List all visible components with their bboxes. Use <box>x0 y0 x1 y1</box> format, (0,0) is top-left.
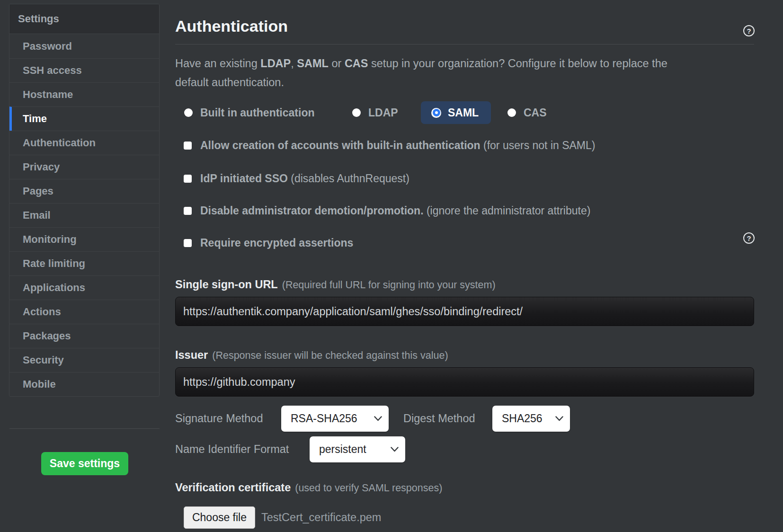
checkbox[interactable] <box>184 207 192 215</box>
checkbox-row-require-encrypted-assertions: Require encrypted assertions <box>184 236 353 250</box>
authentication-settings-page: { "colors": { "accent_blue": "#2e7cf6", … <box>0 0 783 532</box>
sidebar-item-label: Actions <box>23 306 61 318</box>
certificate-filename: TestCert_certificate.pem <box>261 506 381 529</box>
digest-method-select[interactable]: SHA256 <box>492 406 570 432</box>
checkbox-row-idp-initiated-sso: IdP initiated SSO (disables AuthnRequest… <box>184 171 409 186</box>
sidebar-item-label: Privacy <box>23 161 60 173</box>
sidebar-item-password[interactable]: Password <box>9 34 159 58</box>
sidebar-item-ssh-access[interactable]: SSH access <box>9 58 159 82</box>
help-icon[interactable]: ? <box>743 25 755 36</box>
checkbox-label: IdP initiated SSO (disables AuthnRequest… <box>200 172 409 185</box>
chevron-down-icon <box>391 447 399 452</box>
sidebar-item-label: Rate limiting <box>23 257 85 270</box>
checkbox[interactable] <box>184 239 192 247</box>
sidebar-item-label: Pages <box>23 185 53 197</box>
sidebar-item-label: Security <box>23 354 64 366</box>
sidebar-item-label: SSH access <box>23 64 82 77</box>
section-divider <box>175 44 754 44</box>
sidebar-item-label: Authentication <box>23 137 96 149</box>
checkbox-label: Allow creation of accounts with built-in… <box>200 139 595 152</box>
signature-method-select[interactable]: RSA-SHA256 <box>281 406 389 432</box>
sidebar-item-applications[interactable]: Applications <box>9 275 159 300</box>
chevron-down-icon <box>555 416 563 421</box>
radio-label: Built in authentication <box>200 106 315 119</box>
settings-sidebar: Settings PasswordSSH accessHostnameTimeA… <box>9 4 160 397</box>
intro-text: Have an existing LDAP, SAML or CAS setup… <box>175 54 734 92</box>
radio-icon[interactable] <box>184 108 193 117</box>
verification-certificate-label: Verification certificate (used to verify… <box>175 481 442 496</box>
sidebar-item-label: Monitoring <box>23 233 77 246</box>
sidebar-item-pages[interactable]: Pages <box>9 179 159 203</box>
radio-option-ldap[interactable]: LDAP <box>352 101 398 124</box>
radio-option-built-in-authentication[interactable]: Built in authentication <box>184 101 315 124</box>
checkbox-label: Require encrypted assertions <box>200 237 353 249</box>
sidebar-item-monitoring[interactable]: Monitoring <box>9 227 159 251</box>
checkbox-label: Disable administrator demotion/promotion… <box>200 204 590 217</box>
choose-file-button[interactable]: Choose file <box>184 506 255 529</box>
signature-method-label: Signature Method <box>175 406 263 432</box>
checkbox-row-disable-administrator-demotion-promotion: Disable administrator demotion/promotion… <box>184 204 590 218</box>
save-settings-button[interactable]: Save settings <box>41 452 128 475</box>
sidebar-title: Settings <box>9 4 159 34</box>
radio-icon[interactable] <box>507 108 516 117</box>
sidebar-item-label: Email <box>23 209 51 222</box>
sidebar-item-label: Password <box>23 40 72 53</box>
sidebar-item-privacy[interactable]: Privacy <box>9 155 159 179</box>
name-identifier-format-value: persistent <box>319 443 366 456</box>
sidebar-item-packages[interactable]: Packages <box>9 324 159 348</box>
page-title: Authentication <box>175 17 288 35</box>
radio-label: SAML <box>448 106 479 119</box>
sidebar-item-label: Mobile <box>23 378 56 390</box>
sso-url-input[interactable]: https://authentik.company/application/sa… <box>175 297 754 326</box>
sidebar-item-hostname[interactable]: Hostname <box>9 82 159 106</box>
sidebar-item-security[interactable]: Security <box>9 348 159 372</box>
signature-method-value: RSA-SHA256 <box>291 412 357 425</box>
radio-label: LDAP <box>368 106 398 119</box>
radio-option-cas[interactable]: CAS <box>507 101 547 124</box>
sidebar-item-label: Applications <box>23 282 85 294</box>
sidebar-divider <box>9 428 160 429</box>
name-identifier-format-label: Name Identifier Format <box>175 436 289 462</box>
sso-url-label: Single sign-on URL (Required full URL fo… <box>175 278 496 293</box>
checkbox[interactable] <box>184 142 192 150</box>
sidebar-item-authentication[interactable]: Authentication <box>9 131 159 155</box>
sidebar-item-email[interactable]: Email <box>9 203 159 227</box>
sidebar-item-label: Hostname <box>23 89 73 101</box>
radio-icon[interactable] <box>431 108 441 118</box>
sidebar-item-rate-limiting[interactable]: Rate limiting <box>9 251 159 275</box>
checkbox[interactable] <box>184 175 192 183</box>
sidebar-item-mobile[interactable]: Mobile <box>9 372 159 396</box>
issuer-label: Issuer (Response issuer will be checked … <box>175 349 448 363</box>
digest-method-value: SHA256 <box>502 412 543 425</box>
sidebar-item-list: PasswordSSH accessHostnameTimeAuthentica… <box>9 34 159 396</box>
checkbox-row-allow-creation-of-accounts-with-built-in: Allow creation of accounts with built-in… <box>184 138 595 152</box>
sidebar-item-actions[interactable]: Actions <box>9 300 159 324</box>
sidebar-item-time[interactable]: Time <box>9 106 159 131</box>
digest-method-label: Digest Method <box>403 406 475 432</box>
issuer-input[interactable]: https://github.company <box>175 367 754 397</box>
radio-icon[interactable] <box>352 108 361 117</box>
sidebar-item-label: Packages <box>23 330 71 342</box>
radio-label: CAS <box>524 106 547 119</box>
sidebar-item-label: Time <box>23 113 47 125</box>
name-identifier-format-select[interactable]: persistent <box>310 436 405 462</box>
help-icon[interactable]: ? <box>743 232 755 244</box>
radio-option-saml[interactable]: SAML <box>421 101 491 124</box>
chevron-down-icon <box>374 416 382 421</box>
